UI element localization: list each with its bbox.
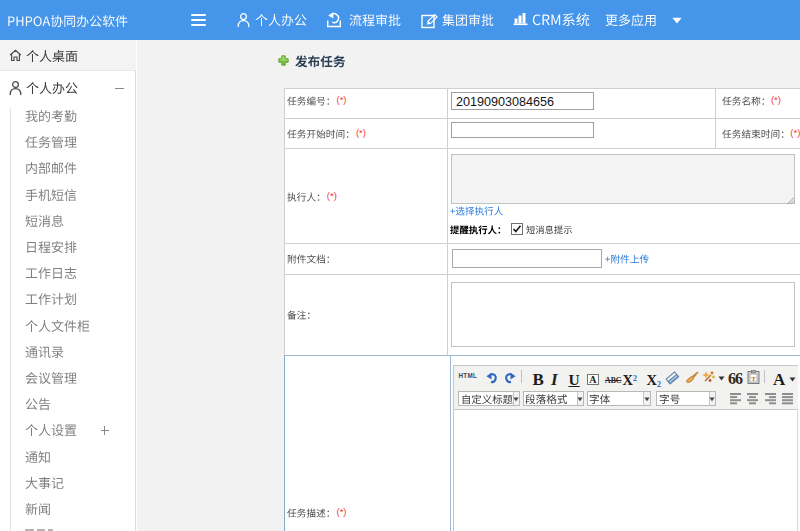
svg-text:T: T <box>751 375 756 383</box>
